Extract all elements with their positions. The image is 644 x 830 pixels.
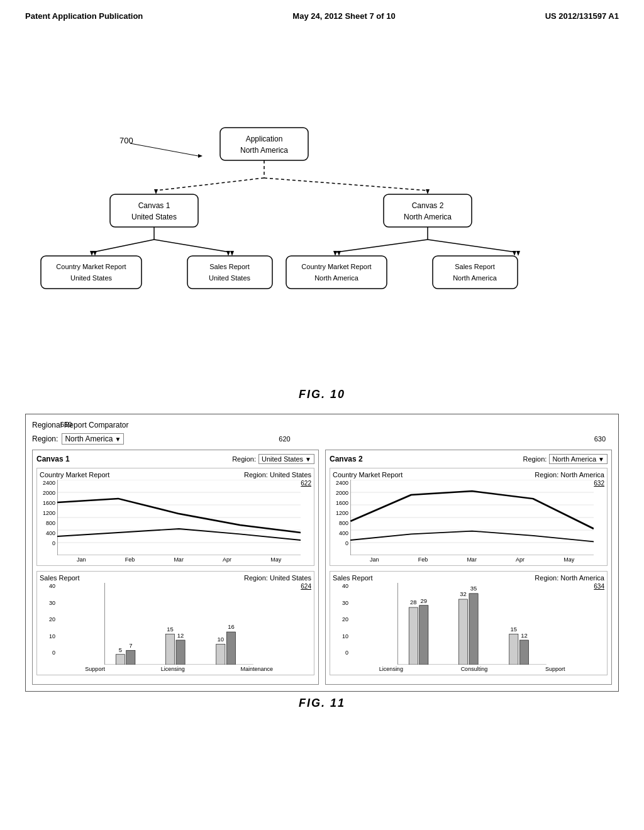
ref-700-arrow: [130, 143, 198, 156]
sr-us-arrowhead2: [230, 251, 234, 256]
region-label: Region:: [32, 434, 58, 443]
canvas1-bar-chart-area: 403020100 5 7: [40, 583, 301, 665]
canvas2-sublabel: North America: [404, 213, 452, 221]
canvas1-bar-maint1: [216, 645, 225, 665]
canvas1-line-title: Country Market Report: [40, 471, 109, 479]
canvas1-bar-svg: 5 7 15 12 10: [57, 583, 301, 665]
canvas2-line-x-axis: JanFebMarAprMay: [333, 556, 594, 563]
cmr-us-label: Country Market Report: [56, 263, 126, 270]
canvas1-bar-x-axis: Support Licensing Maintenance: [40, 666, 301, 672]
canvas2-bar-chart-panel: Sales Report Region: North America 634 4…: [330, 571, 608, 675]
canvas2-line-region: Region: North America: [535, 471, 604, 479]
canvas1-region-value: United States: [262, 455, 303, 463]
application-label: Application: [246, 135, 283, 143]
canvas1-y-axis: 24002000160012008004000: [40, 480, 57, 555]
fig10-diagram: 700 Application North America Canvas 1 U…: [0, 33, 644, 385]
canvas2-bar-x-axis: Licensing Consulting Support: [333, 666, 594, 672]
canvas1-bar-lic1: [165, 634, 174, 665]
canvas1-sublabel: United States: [131, 213, 177, 221]
canvas2-region-select[interactable]: North America ▼: [549, 454, 608, 464]
canvas2-line-chart-title-row: Country Market Report Region: North Amer…: [333, 471, 604, 479]
ref-700-arrowhead: [198, 154, 203, 158]
canvas1-line-chart-panel: Country Market Report Region: United Sta…: [36, 468, 314, 566]
canvas2-bar-title: Sales Report: [333, 574, 373, 582]
fig10-label: FIG. 10: [0, 388, 644, 401]
ref-610: 610: [60, 421, 72, 428]
canvas1-bar-label-15: 15: [167, 626, 174, 633]
canvas2-region-value: North America: [552, 455, 596, 463]
canvas2-right-branch: [428, 240, 516, 252]
cmr-na-node: [286, 256, 387, 289]
canvas1-bar-inner: 5 7 15 12 10: [57, 583, 301, 665]
canvas2-header: Canvas 2 Region: North America ▼: [330, 454, 608, 464]
canvas1-line-svg: [57, 480, 301, 555]
canvas1-title: Canvas 1: [36, 455, 70, 463]
sr-na-node: [433, 256, 518, 289]
canvas1-line-chart-title-row: Country Market Report Region: United Sta…: [40, 471, 311, 479]
canvas1-right-branch: [154, 240, 230, 252]
canvas2-dropdown-arrow-icon: ▼: [598, 456, 604, 463]
canvas1-region-select[interactable]: United States ▼: [258, 454, 314, 464]
cmr-na-arrowhead2: [337, 251, 341, 256]
cmr-us-arrowhead1: [90, 251, 94, 256]
canvas1-bar-maint2: [226, 632, 235, 665]
canvas1-line-region: Region: United States: [244, 471, 311, 479]
ref-620: 620: [279, 435, 290, 443]
ref-634: 634: [594, 583, 604, 590]
canvas1-bar-lic2: [176, 640, 185, 665]
canvas2-bar-con2: [469, 594, 478, 665]
canvas1-line-x-axis: JanFebMarAprMay: [40, 556, 301, 563]
canvas1-bar-xlabel-support: Support: [85, 666, 105, 672]
dropdown-arrow-icon: ▼: [114, 436, 121, 443]
sr-na-sublabel: North America: [453, 274, 497, 282]
canvas1-header: Canvas 1 Region: United States ▼: [36, 454, 314, 464]
canvas1-line-inner: [57, 480, 301, 555]
canvas1-bar-support2: [126, 650, 135, 665]
canvas1-bar-chart-panel: Sales Report Region: United States 624 4…: [36, 571, 314, 675]
canvas2-bar-xlabel-support: Support: [545, 666, 565, 672]
canvas2-line-svg: [350, 480, 594, 555]
sr-us-sublabel: United States: [209, 274, 251, 282]
ref-624: 624: [301, 583, 311, 590]
fig11-container: 610 Regional Report Comparator Region: N…: [25, 414, 619, 692]
canvas1-line-chart-area: 24002000160012008004000: [40, 480, 301, 555]
header-right: US 2012/131597 A1: [545, 11, 619, 21]
ref-632: 632: [594, 480, 604, 487]
application-node: [220, 128, 308, 160]
canvas2-region-label: Region:: [523, 455, 547, 463]
cmr-na-sublabel: North America: [314, 274, 359, 282]
canvas2-label: Canvas 2: [412, 201, 444, 210]
canvas2-arrowhead: [426, 189, 430, 194]
header-left: Patent Application Publication: [25, 11, 143, 21]
canvas2-bar-xlabel-licensing: Licensing: [379, 666, 403, 672]
canvas1-bar-region: Region: United States: [244, 574, 311, 582]
canvas1-bar-support1: [116, 655, 125, 665]
canvas1-bar-label-16: 16: [228, 623, 235, 630]
canvas2-bar-lic2: [419, 606, 428, 665]
canvas2-line-title: Country Market Report: [333, 471, 402, 479]
canvas1-bar-label-12: 12: [177, 632, 184, 639]
application-sublabel: North America: [240, 146, 288, 155]
canvas2-bar-svg: 28 29 32 35 15: [350, 583, 594, 665]
canvas2-bar-chart-area: 403020100 28 29: [333, 583, 594, 665]
app-right-branch-dashed: [264, 178, 428, 191]
sr-us-node: [187, 256, 272, 289]
sr-us-arrowhead1: [226, 251, 230, 256]
canvas2-y-axis: 24002000160012008004000: [333, 480, 350, 555]
canvas2-line-chart-area: 24002000160012008004000: [333, 480, 594, 555]
sr-na-arrowhead2: [516, 251, 520, 256]
fig10-svg: 700 Application North America Canvas 1 U…: [0, 33, 644, 385]
rrc-region-bar: Region: North America ▼ 620 630: [32, 433, 612, 445]
canvas2-bar-inner: 28 29 32 35 15: [350, 583, 594, 665]
canvas2-bar-label-28: 28: [410, 599, 417, 606]
canvas1-node: [110, 194, 198, 227]
canvas2-left-branch: [336, 240, 428, 252]
sr-na-label: Sales Report: [455, 263, 495, 270]
canvas2-bar-xlabel-consulting: Consulting: [461, 666, 488, 672]
region-select[interactable]: North America ▼: [62, 433, 124, 445]
canvas1-left-branch: [93, 240, 154, 252]
sr-na-arrowhead1: [513, 251, 516, 256]
ref-630: 630: [594, 435, 606, 443]
cmr-na-label: Country Market Report: [301, 263, 371, 270]
canvas1-arrowhead: [154, 189, 158, 194]
